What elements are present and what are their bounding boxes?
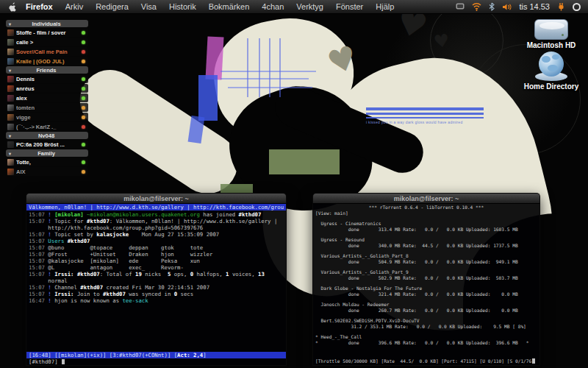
wallpaper-glitch-text: i kissed you in a way dark gloss would h… <box>366 120 491 124</box>
torrent-stats: done 321.4 MB Rate: 0.0 / 0.0 KB Uploade… <box>315 291 537 297</box>
menu-item-arkiv[interactable]: Arkiv <box>65 2 83 11</box>
menu-item-hjälp[interactable]: Hjälp <box>376 2 394 11</box>
menu-item-historik[interactable]: Historik <box>169 2 196 11</box>
buddy-group-name: Nv048 <box>13 132 79 139</box>
irc-message-line: 15:07 ! Irssi: #kthd07: Total of 19 nick… <box>29 271 284 277</box>
avatar <box>7 39 14 46</box>
menu-item-firefox[interactable]: Firefox <box>26 2 53 11</box>
menu-item-4chan[interactable]: 4chan <box>262 2 284 11</box>
menubar-clock[interactable]: tis 14.53 <box>519 2 550 11</box>
apple-menu[interactable] <box>9 2 17 12</box>
menu-item-visa[interactable]: Visa <box>141 2 157 11</box>
irc-message-line: 15:07 @kalasjocke [mikolan] ede Peksa xu… <box>29 258 284 264</box>
menu-item-verktyg[interactable]: Verktyg <box>296 2 323 11</box>
buddy-row[interactable]: anréus <box>6 84 88 93</box>
status-dot-away <box>82 116 85 119</box>
status-dot-away <box>82 60 85 63</box>
torrent-stats: * done 396.6 MB Rate: 0.0 / 0.0 KB Uploa… <box>315 340 537 346</box>
irc-message-line: 15:07 ! Channel #kthd07 created Fri Mar … <box>29 284 284 291</box>
irc-input-line[interactable]: [#kthd07] <box>26 358 286 365</box>
volume-icon[interactable] <box>502 3 512 11</box>
buddy-row[interactable]: (¯`·.,.-> KarlZ ._ <box>6 122 88 131</box>
status-dot-online <box>82 160 85 164</box>
buddy-group-name: Individuals <box>13 21 79 27</box>
irc-topic-bar: Välkommen, n0llan! | http://www.d.kth.se… <box>26 204 286 210</box>
buddy-row[interactable]: Dennis <box>6 74 88 83</box>
power-icon[interactable] <box>557 2 565 11</box>
desktop: i kissed you in a way dark gloss would h… <box>0 0 588 368</box>
buddy-name: Stoffe - film / sover <box>16 29 82 36</box>
desktop-icon-home-directory[interactable]: Home Directory <box>514 52 588 91</box>
window-titlebar[interactable]: mikolan@filserver: ~ <box>312 193 540 204</box>
buddy-name: Totte, <box>16 159 82 166</box>
buddy-name: AIX <box>16 169 82 175</box>
torrent-name[interactable]: * Heed_-_The_Call <box>315 334 537 340</box>
buddy-row[interactable]: vigge <box>6 113 88 121</box>
buddy-row[interactable]: AIX <box>6 167 88 176</box>
quicksilver-icon[interactable] <box>573 3 581 11</box>
buddy-group-name: Family <box>13 150 79 157</box>
irc-message-line: 15:07 ! Topic set by kalasjocke Mon Aug … <box>29 231 284 238</box>
status-dot-busy <box>82 125 85 129</box>
buddy-row[interactable]: calle > <box>6 38 88 46</box>
irc-message-line: 15:07 ! [mikolan] ~mikolan@mikolan.users… <box>29 211 284 218</box>
avatar <box>7 85 14 92</box>
buddy-group-header[interactable]: ▾Family <box>6 149 88 157</box>
torrent-name[interactable]: Ugress - Cinematronics <box>315 221 537 227</box>
status-dot-away <box>82 106 85 110</box>
irc-terminal-window[interactable]: mikolan@filserver: ~ Välkommen, n0llan! … <box>26 193 287 367</box>
desktop-icon-macintosh-hd[interactable]: Macintosh HD <box>514 19 588 49</box>
buddy-name: Dennis <box>16 76 82 82</box>
display-icon[interactable] <box>456 3 465 10</box>
menu-item-fönster[interactable]: Fönster <box>336 2 363 11</box>
irc-message-line: 15:07 @Frost +Unitset Draken hjon wizzle… <box>29 251 284 258</box>
menu-item-bokmärken[interactable]: Bokmärken <box>209 2 250 11</box>
avatar <box>7 169 14 175</box>
buddy-name: PC:6a 200 Bröst ... <box>16 141 82 148</box>
status-dot-online <box>82 31 85 35</box>
hard-drive-icon <box>534 19 568 40</box>
airport-icon[interactable] <box>472 3 481 11</box>
chevron-down-icon: ▾ <box>9 151 11 156</box>
buddy-row[interactable]: Totte, <box>6 158 88 166</box>
buddy-row[interactable]: PC:6a 200 Bröst ... <box>6 140 88 149</box>
avatar <box>7 159 14 166</box>
bluetooth-icon[interactable] <box>489 2 495 11</box>
buddy-name: Sover//Call me Pain <box>16 49 82 55</box>
torrent-name[interactable]: Bert.S02E02.SWEDiSH.PDTV.XviD-DocuTV <box>315 318 537 324</box>
status-dot-online <box>82 96 85 100</box>
buddy-group-header[interactable]: ▾Individuals <box>6 20 88 27</box>
apple-icon <box>9 2 17 12</box>
rtorrent-header: *** rTorrent 0.6.4 - libTorrent 0.10.4 *… <box>315 205 537 210</box>
buddy-row[interactable]: tomten <box>6 103 88 112</box>
torrent-name[interactable]: Janosch Moldau - Redeemer <box>315 302 537 308</box>
irc-status-bar: [16:48] [[mikolan](+ix)] [3:#kthd07(+CON… <box>26 352 286 358</box>
buddy-row[interactable]: Kralle | (GOD JUL) <box>6 57 88 66</box>
torrent-name[interactable]: Various_Artists_-_Goliath_Part_9 <box>315 269 537 275</box>
torrent-stats: done 260.7 MB Rate: 0.0 / 0.0 KB Uploade… <box>315 308 537 314</box>
window-titlebar[interactable]: mikolan@filserver: ~ <box>26 193 287 204</box>
torrent-name[interactable]: Various_Artists_-_Goliath_Part_8 <box>315 253 537 259</box>
buddy-group-header[interactable]: ▾Nv048 <box>6 132 88 139</box>
buddy-row[interactable]: Stoffe - film / sover <box>6 28 88 37</box>
menu-item-redigera[interactable]: Redigera <box>96 2 129 11</box>
buddy-row[interactable]: Sover//Call me Pain <box>6 47 88 56</box>
buddy-name: alex <box>16 95 82 102</box>
irc-terminal-content: Välkommen, n0llan! | http://www.d.kth.se… <box>26 204 287 366</box>
buddy-list: ▾IndividualsStoffe - film / sovercalle >… <box>6 20 88 177</box>
desktop-icon-label: Macintosh HD <box>514 41 588 49</box>
torrent-name[interactable]: Ugress - Resound <box>315 237 537 243</box>
buddy-row[interactable]: alex <box>6 93 88 102</box>
irc-message-line: 15:07 ! Irssi: Join to #kthd07 was synce… <box>29 291 284 297</box>
torrent-terminal-window[interactable]: mikolan@filserver: ~ *** rTorrent 0.6.4 … <box>312 193 540 367</box>
rtorrent-footer: [Throttle 500/30000 KB] [Rate 44.5/ 0.0 … <box>315 358 537 364</box>
rtorrent-view: [View: main] <box>315 210 537 216</box>
irc-message-line: normal <box>29 277 284 284</box>
status-dot-online <box>82 143 85 146</box>
torrent-stats: done 313.4 MB Rate: 0.0 / 0.0 KB Uploade… <box>315 227 537 233</box>
buddy-group-header[interactable]: ▾Friends <box>6 66 88 74</box>
avatar <box>7 29 14 36</box>
irc-message-line: 16:47 ! hjon is now known as tee-sack <box>29 297 284 304</box>
torrent-name[interactable]: Dark Globe - Nostalgia For The Future <box>315 286 537 291</box>
status-dot-online <box>82 77 85 81</box>
